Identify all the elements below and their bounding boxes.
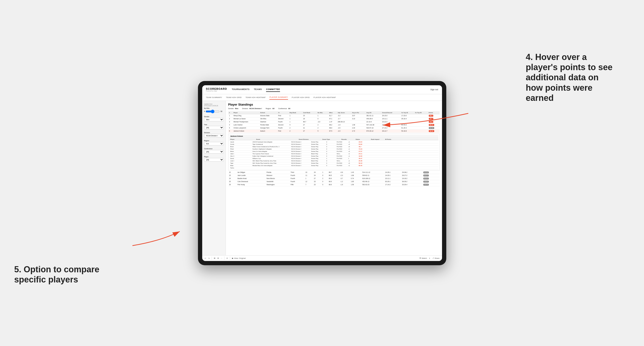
col-points: Points [428, 111, 440, 114]
share-button[interactable]: ↗ Share [432, 257, 440, 259]
col-wins: Wins [328, 111, 337, 114]
table-row: 24 Bastien Amat New Mexico Fourth 1 27 2… [228, 177, 440, 180]
more-button[interactable]: ··· [221, 257, 222, 259]
table-row: 2 Michael La Sasso Ole Miss Second 1 18 … [228, 117, 440, 120]
nav-tournaments[interactable]: TOURNAMENTS [232, 87, 250, 92]
points-badge[interactable]: 88.94 [429, 124, 434, 126]
col-adj-score: Adj. Score [337, 111, 351, 114]
col-vs50: Vs Top 50 [414, 111, 428, 114]
tab-team-summary[interactable]: TEAM SUMMARY [206, 95, 222, 99]
player-tooltip-section: Jackson Kolson Player Event Event Divisi… [228, 134, 440, 171]
tab-player-summary[interactable]: PLAYER SUMMARY [270, 95, 288, 100]
points-badge[interactable]: 60.27 [423, 174, 429, 176]
watch-button[interactable]: 👁 Watch [419, 257, 427, 259]
tooltip-row: Marie Amer An Intercollegiate NCAA Divis… [230, 151, 438, 153]
col-no-rds: No Rds. [317, 111, 328, 114]
points-badge[interactable]: 70.1 [429, 121, 434, 123]
update-time: Update time: 27/01/2024 16:56:26 [204, 103, 224, 107]
col-yr: Yr [277, 111, 288, 114]
col-vs25: Vs Top 25 [400, 111, 414, 114]
tooltip-header: Player Event Event Division Event Type R… [230, 138, 438, 141]
tooltip-row: David Williams Cup NCAA Division I Strok… [230, 158, 438, 160]
points-badge[interactable]: 88.2 [429, 115, 434, 117]
table-row: 3 Michael Thorbjornsen Stanford Fourth 1… [228, 120, 440, 123]
sidebar-player: Player (All) [204, 156, 224, 162]
col-rank: # [228, 111, 233, 114]
view-original-icon: ▶ [232, 257, 234, 259]
no-rds-slider[interactable] [206, 110, 220, 113]
table-row: 25 Cole Sherwood Vanderbilt Fourth 12 23… [228, 180, 440, 183]
bottom-toolbar: ↩ ↪ ⊞ ⊟ ··· ⊙ ▶ View: Original 👁 Watch ⤓… [202, 255, 442, 261]
col-avg-sg: Avg SG [366, 111, 381, 114]
toolbar-divider [212, 256, 212, 260]
tooltip-row: Techu [230, 167, 438, 169]
col-school: School [259, 111, 277, 114]
logo-area: SCOREBOARD Powered by clippi [206, 87, 227, 92]
left-annotation-arrow [132, 231, 180, 246]
page-title: Player Standings [228, 103, 440, 106]
region-select[interactable]: N/A [204, 142, 224, 146]
clock-button[interactable]: ⊙ [226, 257, 228, 259]
division-select[interactable]: NCAA Division I [204, 134, 224, 138]
paste-button[interactable]: ⊟ [217, 257, 219, 259]
points-badge[interactable]: 60.02 [423, 177, 429, 179]
tooltip-row: Jake I The Cypress Point Classic NCAA Di… [230, 153, 438, 155]
redo-button[interactable]: ↪ [208, 257, 210, 259]
sidebar-gender: Gender Men Women [204, 116, 224, 121]
points-badge[interactable]: 60.58 [423, 172, 429, 173]
gender-select[interactable]: Men Women [204, 118, 224, 121]
extra-rows-table: 22 Ian Gilligan Florida Third 10 24 1 68… [228, 171, 440, 186]
sidebar-division: Division NCAA Division I [204, 132, 224, 138]
points-badge[interactable]: 38.95 [423, 181, 429, 182]
col-reg-rank: Reg Rank [288, 111, 302, 114]
tooltip-row: Matti Mirabel Maui Jim Intercollegiate N… [230, 165, 438, 167]
points-badge[interactable]: 60.49 [429, 127, 434, 129]
tooltip-row: Tiger SEC Stroke Play hosted by Jerry Pa… [230, 162, 438, 165]
tooltip-row: Luke I SEC Match Play hosted by Jerry Pa… [230, 160, 438, 162]
tab-player-h2h-heatmap[interactable]: PLAYER H2H HEATMAP [314, 95, 336, 99]
download-button[interactable]: ⤓ [429, 257, 430, 259]
year-select[interactable]: (All) [204, 126, 224, 129]
table-row: 26 Petr Hruby Washington Fifth 7 23 0 68… [228, 183, 440, 186]
eye-icon: 👁 [419, 257, 421, 259]
undo-button[interactable]: ↩ [204, 257, 206, 259]
copy-button[interactable]: ⊞ [214, 257, 216, 259]
points-badge[interactable]: 76.2 [429, 118, 434, 120]
content-area: Player Standings Gender: Men Division: N… [226, 101, 442, 255]
tablet-screen: SCOREBOARD Powered by clippi TOURNAMENTS… [202, 85, 442, 261]
standings-table: # Player School Yr Reg Rank Conf Rank No… [228, 111, 440, 133]
points-badge-highlighted[interactable]: 58.18 [429, 130, 434, 132]
col-overall: Overall Record [381, 111, 401, 114]
points-badge[interactable]: 38.49 [423, 184, 429, 186]
annotation-left: 5. Option to compare specific players [14, 264, 104, 285]
tab-team-h2h-heatmap[interactable]: TEAM H2H HEATMAP [246, 95, 266, 99]
col-player: Player [232, 111, 259, 114]
tab-player-h2h-grid[interactable]: PLAYER H2H GRID [292, 95, 310, 99]
tab-team-h2h-grid[interactable]: TEAM H2H GRID [226, 95, 242, 99]
tablet-frame: SCOREBOARD Powered by clippi TOURNAMENTS… [198, 81, 446, 265]
tooltip-row: Gordo Tiger Invitational NCAA Division I… [230, 143, 438, 146]
player-select[interactable]: (All) [204, 158, 224, 162]
logo-sub: Powered by clippi [206, 90, 227, 92]
table-row: 22 Ian Gilligan Florida Third 10 24 1 68… [228, 171, 440, 174]
nav-committee[interactable]: COMMITTEE [266, 87, 280, 92]
table-row: 5 Christo Lamprecht Georgia Tech Fourth … [228, 126, 440, 129]
tooltip-row: Brent Wake Forest Invitational at Pinehu… [230, 146, 438, 148]
col-avg-to-par: Avg to Par [351, 111, 366, 114]
main-nav: TOURNAMENTS TEAMS COMMITTEE [232, 87, 430, 92]
table-row: 1 Wenyi Ding Arizona State First 1 15 1 … [228, 114, 440, 117]
sign-out-button[interactable]: Sign out [430, 88, 438, 91]
nav-teams[interactable]: TEAMS [254, 87, 262, 92]
table-row: 4 Luke Clanton Florida State Second 5 27… [228, 123, 440, 126]
table-row: 23 Jack Lundin Missouri Fourth 11 24 0 8… [228, 174, 440, 177]
app-header: SCOREBOARD Powered by clippi TOURNAMENTS… [202, 85, 442, 94]
sidebar-no-rds: No Rds. 4 52 [204, 107, 224, 113]
sidebar-region: Region N/A [204, 140, 224, 146]
filter-row: Gender: Men Division: NCAA Division I Re… [228, 108, 440, 109]
toolbar-divider [224, 256, 224, 260]
share-icon: ↗ [432, 257, 434, 259]
sidebar-conference: Conference (All) [204, 148, 224, 154]
conference-select[interactable]: (All) [204, 150, 224, 154]
view-original-button[interactable]: ▶ View: Original [232, 257, 246, 259]
col-conf-rank: Conf Rank [302, 111, 317, 114]
